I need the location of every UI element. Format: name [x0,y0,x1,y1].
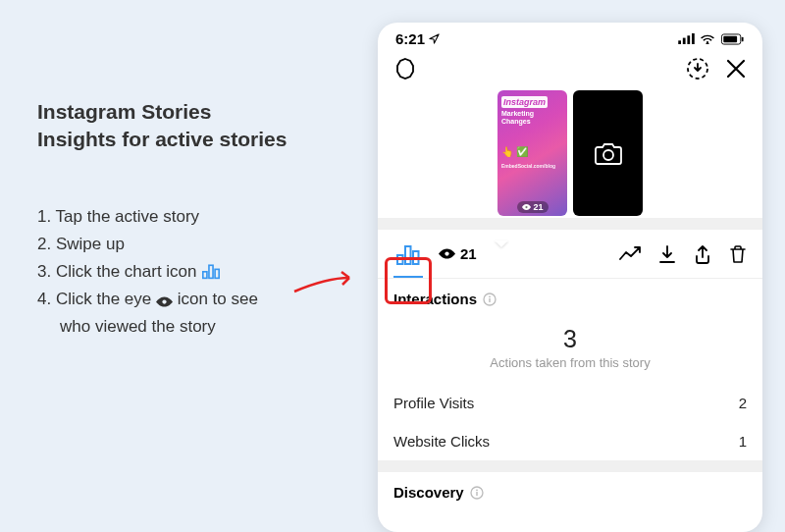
status-bar: 6:21 [378,23,762,51]
svg-rect-25 [476,492,477,496]
save-story-icon[interactable] [686,57,709,80]
battery-icon [720,33,745,45]
story-brand: Instagram [501,96,548,108]
status-time: 6:21 [395,30,425,47]
download-icon[interactable] [658,244,676,264]
svg-rect-17 [405,246,411,264]
interactions-header: Interactions [393,291,477,307]
tab-insights[interactable] [393,242,423,278]
svg-rect-18 [413,251,419,264]
tab-viewers[interactable]: 21 [439,245,477,262]
metric-value: 2 [739,395,747,411]
step-4: 4. Click the eye icon to see who viewed … [37,286,361,341]
step-3: 3. Click the chart icon [37,258,361,286]
info-icon[interactable] [470,486,484,500]
svg-rect-22 [489,298,490,302]
phone-mockup: 6:21 [378,23,762,532]
story-view-badge: 21 [516,201,548,213]
story-thumbnail[interactable]: Instagram Marketing Changes 👆 ✅ EmbedSoc… [497,90,567,216]
signal-icon [678,33,695,44]
actions-subtitle: Actions taken from this story [393,355,747,370]
location-icon [429,33,440,44]
chart-icon [201,262,221,280]
story-bloglink: EmbedSocial.com/blog [501,163,563,169]
add-story-button[interactable] [573,90,643,216]
settings-icon[interactable] [393,57,417,80]
close-icon[interactable] [725,58,747,80]
svg-rect-4 [678,40,681,44]
metric-label: Profile Visits [393,395,474,411]
svg-rect-0 [203,272,207,279]
step-1: 1. Tap the active story [37,203,361,231]
page-title-line2: Insights for active stories [37,128,287,150]
trash-icon[interactable] [729,244,747,264]
svg-rect-10 [723,35,737,41]
discovery-header: Discovery [393,484,464,501]
svg-point-19 [445,251,448,255]
svg-marker-12 [397,59,413,79]
page-title-line1: Instagram Stories [37,100,211,123]
step-2: 2. Swipe up [37,231,361,258]
svg-rect-6 [687,35,690,44]
wifi-icon [700,33,715,44]
svg-rect-5 [683,38,686,44]
metric-value: 1 [739,433,747,450]
svg-rect-2 [215,269,219,278]
svg-point-15 [603,150,613,160]
info-icon[interactable] [483,293,497,306]
views-count: 21 [460,245,477,262]
svg-rect-1 [209,265,213,278]
eye-icon [439,248,455,259]
svg-rect-11 [742,36,744,41]
metric-row-website-clicks: Website Clicks 1 [378,422,762,460]
share-icon[interactable] [694,244,711,264]
camera-icon [594,140,623,166]
svg-point-3 [162,299,166,303]
svg-rect-7 [692,33,695,44]
thumbnail-pointer [495,240,508,247]
instruction-steps: 1. Tap the active story 2. Swipe up 3. C… [37,203,361,341]
svg-point-8 [706,41,708,43]
metric-row-profile-visits: Profile Visits 2 [378,384,762,422]
eye-icon [156,296,173,307]
actions-count: 3 [393,325,747,353]
promote-icon[interactable] [619,246,641,262]
story-headline: Marketing Changes [501,110,563,125]
svg-point-21 [489,295,491,297]
metric-label: Website Clicks [393,433,490,450]
story-emojis: 👆 ✅ [501,146,563,157]
svg-point-24 [476,489,478,491]
svg-rect-16 [397,255,403,264]
svg-point-14 [525,206,527,208]
